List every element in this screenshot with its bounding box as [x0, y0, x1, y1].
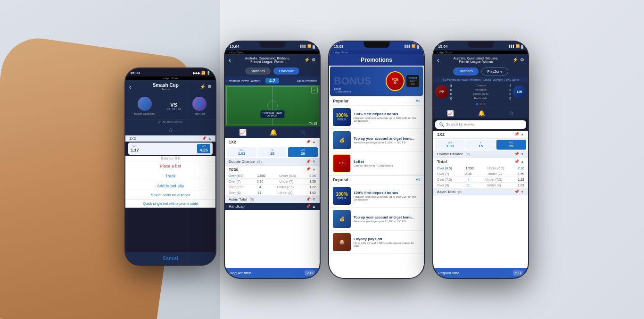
tab-statistics[interactable]: Statistics — [245, 67, 271, 75]
p4-chevron-dc[interactable]: ▼ — [520, 152, 524, 156]
p4-regular-time-bar[interactable]: Regular time 2 H — [433, 268, 528, 278]
match-info-bar: 4:2 Peninsula Power (Women) - Lakes (Wom… — [433, 77, 528, 82]
regular-time-bar[interactable]: Regular time 2 H — [225, 268, 320, 278]
bell-nav-icon[interactable]: 🔔 — [270, 129, 277, 136]
nav-icons-row: 📈 🔔 ☆ — [225, 126, 320, 138]
p4-back[interactable]: ‹ — [437, 56, 439, 64]
all-link2[interactable]: All — [416, 177, 420, 182]
promo-thumb-3: FC — [333, 154, 351, 172]
p2-back[interactable]: ‹ — [229, 56, 231, 64]
p2-settings[interactable]: ⚙ — [312, 57, 316, 62]
loyalty-title: Loyalty pays off — [354, 237, 420, 241]
deposit-header: Deposit All — [329, 175, 424, 185]
w1-cell[interactable]: W1 1.17 — [131, 145, 139, 152]
team2-logo-area: LW — [513, 85, 526, 99]
p4-total-row-4: Over (8) 11 Under (8) 1.02 — [433, 183, 528, 188]
phone2-time: 15:04 — [230, 44, 239, 49]
p4-settings[interactable]: ⚙ — [520, 57, 524, 62]
loyalty-item[interactable]: 🎰 Loyalty pays off Up to 100 FS and a 50… — [329, 231, 424, 254]
chevron-asian[interactable]: ▼ — [312, 197, 316, 201]
player1-name: Ruslan Lavrentiev — [134, 112, 155, 115]
dep-thumb-1: 100% BONUS — [333, 187, 351, 205]
p4-double-chance: Double Chance (2) 📌 ▼ — [433, 151, 528, 158]
autobet-btn[interactable]: Select odds for autobet — [125, 191, 215, 199]
penalties-stat: 0 Penalties 0 — [450, 88, 511, 92]
w2-odds[interactable]: W2 29 — [288, 147, 318, 157]
p4-title1: Australia, Queensland, Brisbane, — [441, 57, 511, 60]
favorite-icon[interactable]: ☆ — [168, 127, 173, 134]
1x2-label: 1X2 — [229, 140, 236, 144]
p2-wifi: 🛜 — [307, 44, 312, 48]
phone1-screen: 15:03 ▶▶▶ 📶 🔋 < App Store ‹ Smash Cup Te — [125, 68, 215, 265]
field-time: 74:28 — [309, 122, 317, 125]
x-odds[interactable]: X 15 — [257, 147, 287, 157]
p4-star-icon[interactable]: ☆ — [509, 110, 514, 117]
w1-odds[interactable]: W1 1.03 — [227, 147, 256, 157]
player1-avatar: 👤 — [138, 97, 152, 111]
p4-w2-odds[interactable]: W2 29 — [496, 140, 526, 150]
phone1-title-area: Smash Cup Tennis — [153, 83, 179, 91]
lightning-icon[interactable]: ⚡ — [200, 84, 206, 89]
chevron-dc[interactable]: ▼ — [312, 160, 316, 164]
settings-icon[interactable]: ⚙ — [207, 84, 212, 89]
add-bet-slip-btn[interactable]: Add to bet slip — [125, 181, 215, 191]
w2-selected-cell[interactable]: W2 4.25 — [197, 144, 210, 153]
p2-lightning[interactable]: ⚡ — [304, 57, 310, 62]
asian-total-row: Asian Total (6) 📌 ▼ — [225, 196, 320, 203]
star-nav-icon[interactable]: ☆ — [300, 129, 306, 136]
deposit-item-1[interactable]: 100% BONUS 100% first deposit bonus Regi… — [329, 185, 424, 208]
p4-tab-playzone[interactable]: PlayZone — [481, 67, 509, 76]
phone1-app-store: < App Store — [125, 76, 215, 80]
p4-lightning[interactable]: ⚡ — [512, 57, 518, 62]
match-date: 24 Jul 2020 (19:50) — [125, 119, 215, 124]
p4-bell-icon[interactable]: 🔔 — [478, 110, 485, 117]
chevron-up2[interactable]: ▲ — [312, 140, 316, 144]
promo-thumb-1: 100% BONUS — [333, 108, 351, 126]
tab-playzone[interactable]: PlayZone — [273, 67, 300, 75]
teams-header-row: PP 9 Corners 4 0 Pe — [435, 84, 526, 101]
search-bar[interactable]: 🔍 Search by market — [435, 120, 526, 129]
p4-x-odds[interactable]: X 15 — [466, 140, 495, 150]
chevron-total[interactable]: ▲ — [312, 167, 316, 172]
bet-odds-row: W1 1.17 W2 4.25 — [128, 143, 213, 155]
promo-item-2[interactable]: 💰 Top up your account and get bonu... We… — [329, 129, 424, 152]
promo-right-logos: FCB ⚽ 1xBet NAVI Title — [386, 70, 419, 92]
place-bet-btn[interactable]: Place a bet — [125, 161, 215, 171]
promo-item-1[interactable]: 100% BONUS 100% first deposit bonus Regi… — [329, 106, 424, 129]
track-btn[interactable]: Track — [125, 171, 215, 181]
phone-3: 15:03 ▌▌▌ 🛜 ▓ < App Store Promotions — [328, 41, 425, 279]
betting-content: 1X2 📌 ▲ W1 1.03 X 15 — [225, 138, 320, 268]
all-link1[interactable]: All — [416, 99, 420, 103]
chevron-hc[interactable]: ▲ — [312, 204, 316, 209]
corners-stat: 9 Corners 4 — [450, 84, 511, 88]
chevron-up-icon[interactable]: ▲ — [208, 136, 212, 141]
p4-chart-icon[interactable]: 📈 — [447, 110, 454, 117]
phone4-notch — [468, 42, 494, 48]
phone4-appstore: < App Store — [433, 50, 528, 54]
promo-title-1: 100% first deposit bonus — [354, 112, 420, 116]
phone2-nav: ‹ Australia, Queensland, Brisbane, Premi… — [225, 54, 320, 66]
promo-item-3[interactable]: FC 1xBet Global Partner of FC Barcelona — [329, 152, 424, 175]
promo-code-btn[interactable]: Quick single bet with a promo code — [125, 199, 215, 208]
promo-title-3: 1xBet — [354, 160, 393, 164]
bonus-bg-text: BONUS — [334, 75, 371, 87]
p4-tab-statistics[interactable]: Statistics — [453, 67, 479, 76]
dep-text-1: 100% first deposit bonus Register and re… — [354, 191, 420, 201]
chart-nav-icon[interactable]: 📈 — [239, 129, 247, 136]
cancel-btn[interactable]: Cancel — [125, 252, 215, 265]
p2-title1: Australia, Queensland, Brisbane, — [233, 57, 302, 60]
phone1-sport: Tennis — [153, 88, 179, 91]
p4-nav-icons: 📈 🔔 ☆ — [433, 108, 528, 118]
phone1-time: 15:03 — [130, 71, 140, 75]
p4-total-label: Total — [437, 160, 447, 164]
dep-desc-1: Register and receive bonus up to 100 EUR… — [354, 195, 420, 201]
p4-chevron-up[interactable]: ▲ — [520, 132, 524, 136]
deposit-label: Deposit — [333, 177, 348, 182]
p4-w1-odds[interactable]: W1 1.03 — [435, 140, 465, 150]
deposit-item-2[interactable]: 💰 Top up your account and get bonu... We… — [329, 208, 424, 231]
handicap-row: Handicap 📌 ▲ — [225, 203, 320, 210]
p4-total-row-3: Over (7.5) 4 Under (7.5) 1.22 — [433, 177, 528, 183]
expand-btn[interactable]: ⤢ — [311, 87, 318, 93]
back-icon[interactable]: ‹ — [129, 83, 132, 91]
promo-text-1: 100% first deposit bonus Register and re… — [354, 112, 420, 122]
